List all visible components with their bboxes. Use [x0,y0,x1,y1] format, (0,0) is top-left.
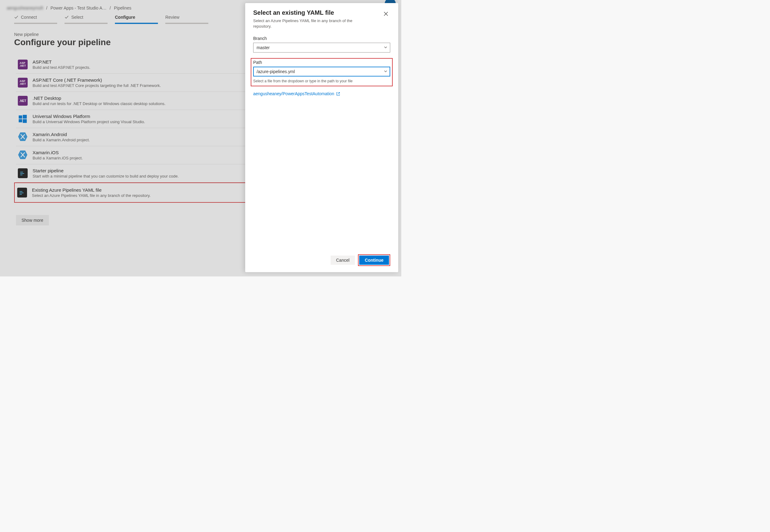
option-desc: Start with a minimal pipeline that you c… [33,174,178,178]
step-configure[interactable]: Configure [115,15,158,24]
option-desc: Build and test ASP.NET Core projects tar… [33,83,161,88]
step-label: Connect [21,15,37,20]
windows-icon [18,114,28,124]
option-title: Universal Windows Platform [33,114,145,119]
step-label: Select [71,15,83,20]
chevron-down-icon [384,69,388,74]
step-select[interactable]: Select [64,15,107,24]
chevron-down-icon [384,45,388,50]
path-helper: Select a file from the dropdown or type … [253,79,390,83]
repo-link-label: aengusheaney/PowerAppsTestAutomation [253,91,334,96]
svg-rect-6 [20,172,23,172]
branch-select[interactable]: master [253,43,390,53]
step-connect[interactable]: Connect [14,15,57,24]
breadcrumb-sep: / [110,6,111,10]
option-title: Xamarin.iOS [33,150,83,155]
step-label: Review [165,15,179,20]
check-icon [14,15,18,19]
continue-highlight: Continue [358,254,390,266]
branch-label: Branch [253,36,390,41]
close-button[interactable] [381,10,390,18]
yaml-icon [18,168,28,178]
path-value: /azure-pipelines.yml [256,69,295,74]
option-title: ASP.NET Core (.NET Framework) [33,77,161,83]
aspnet-core-icon: ASP.NET [18,78,28,88]
svg-rect-0 [19,115,22,119]
cancel-button[interactable]: Cancel [330,256,355,265]
yaml-panel: Select an existing YAML file Select an A… [245,3,398,272]
option-title: Xamarin.Android [33,132,90,137]
xamarin-icon [18,150,28,160]
panel-title: Select an existing YAML file [253,9,370,16]
svg-rect-7 [20,173,24,174]
aspnet-icon: ASP.NET [18,60,28,69]
step-label: Configure [115,15,135,20]
branch-value: master [256,45,270,50]
repo-link[interactable]: aengusheaney/PowerAppsTestAutomation [253,91,390,96]
svg-rect-2 [19,119,22,122]
path-select[interactable]: /azure-pipelines.yml [253,67,390,76]
svg-rect-9 [20,191,22,192]
continue-button[interactable]: Continue [359,256,389,265]
yaml-icon [17,188,27,198]
option-desc: Build and test ASP.NET projects. [33,65,90,70]
external-link-icon [336,92,340,96]
svg-rect-8 [20,175,22,175]
breadcrumb-project[interactable]: Power Apps - Test Studio A… [50,6,107,10]
path-label: Path [253,60,390,65]
option-desc: Build a Xamarin.iOS project. [33,156,83,160]
breadcrumb-leaf[interactable]: Pipelines [114,6,131,10]
option-title: .NET Desktop [33,96,166,101]
option-title: Existing Azure Pipelines YAML file [32,187,150,193]
check-icon [64,15,69,19]
svg-rect-1 [23,115,27,119]
breadcrumb-org[interactable]: aengusheaneymsft [7,6,43,10]
dotnet-icon: .NET [18,96,28,106]
option-desc: Select an Azure Pipelines YAML file in a… [32,193,150,198]
close-icon [383,13,389,17]
panel-subtitle: Select an Azure Pipelines YAML file in a… [253,18,370,29]
xamarin-icon [18,132,28,142]
option-desc: Build a Universal Windows Platform proje… [33,119,145,124]
option-desc: Build and run tests for .NET Desktop or … [33,101,166,106]
breadcrumb-sep: / [46,6,47,10]
show-more-button[interactable]: Show more [16,215,49,225]
step-review[interactable]: Review [165,15,208,24]
option-title: Starter pipeline [33,168,178,173]
svg-rect-3 [23,119,27,123]
svg-rect-10 [20,193,24,193]
svg-rect-11 [20,194,22,195]
option-desc: Build a Xamarin.Android project. [33,138,90,142]
path-field-highlight: Path /azure-pipelines.yml Select a file … [251,58,393,86]
option-title: ASP.NET [33,59,90,65]
